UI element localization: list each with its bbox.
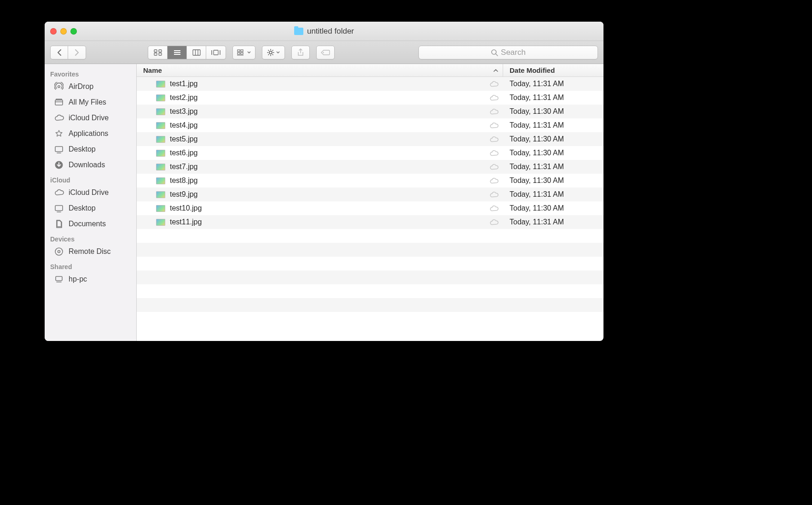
sidebar-item[interactable]: iCloud Drive [45, 110, 136, 126]
column-header-date[interactable]: Date Modified [503, 64, 603, 76]
sidebar-item[interactable]: Desktop [45, 200, 136, 216]
svg-rect-14 [241, 50, 243, 52]
forward-button[interactable] [68, 46, 86, 59]
icon-view-button[interactable] [148, 46, 168, 59]
chevron-down-icon [247, 51, 251, 54]
share-button[interactable] [291, 46, 310, 59]
cloud-status-icon [485, 219, 503, 226]
svg-rect-15 [238, 53, 240, 54]
svg-rect-11 [214, 50, 218, 55]
file-date: Today, 11:30 AM [503, 176, 603, 185]
file-row[interactable]: test9.jpgToday, 11:31 AM [137, 188, 603, 201]
svg-rect-34 [55, 147, 63, 152]
chevron-right-icon [74, 49, 80, 56]
file-row[interactable]: test6.jpgToday, 11:30 AM [137, 146, 603, 160]
sidebar-item-label: Desktop [69, 145, 96, 153]
coverflow-icon [211, 49, 221, 56]
column-header-name[interactable]: Name [137, 64, 503, 76]
file-name-cell: test11.jpg [137, 218, 485, 226]
tag-icon [321, 49, 330, 56]
file-row [137, 298, 603, 312]
file-name-cell: test3.jpg [137, 107, 485, 116]
svg-line-24 [273, 54, 273, 55]
grid-icon [154, 49, 162, 56]
close-button[interactable] [50, 28, 57, 35]
file-row [137, 284, 603, 298]
downloads-icon [54, 160, 64, 170]
file-row[interactable]: test1.jpgToday, 11:31 AM [137, 77, 603, 91]
sidebar-item[interactable]: iCloud Drive [45, 185, 136, 200]
file-date: Today, 11:31 AM [503, 190, 603, 199]
file-row[interactable]: test5.jpgToday, 11:30 AM [137, 132, 603, 146]
cloud-status-icon [485, 108, 503, 115]
action-button[interactable] [262, 46, 285, 59]
image-thumbnail-icon [156, 81, 165, 88]
desktop-icon [54, 144, 64, 154]
sidebar-item[interactable]: Downloads [45, 157, 136, 173]
svg-rect-2 [154, 53, 157, 55]
zoom-button[interactable] [70, 28, 77, 35]
cloud-status-icon [485, 94, 503, 101]
cloud-status-icon [485, 205, 503, 212]
sidebar-item-label: All My Files [69, 98, 106, 106]
search-field[interactable]: Search [418, 46, 598, 59]
image-thumbnail-icon [156, 191, 165, 198]
file-name-cell: test1.jpg [137, 80, 485, 88]
file-date: Today, 11:31 AM [503, 163, 603, 171]
file-row[interactable]: test8.jpgToday, 11:30 AM [137, 174, 603, 188]
file-row[interactable]: test3.jpgToday, 11:30 AM [137, 105, 603, 118]
image-thumbnail-icon [156, 177, 165, 184]
file-name: test5.jpg [170, 135, 197, 143]
titlebar[interactable]: untitled folder [45, 22, 603, 41]
sidebar-item[interactable]: Remote Disc [45, 244, 136, 259]
back-button[interactable] [51, 46, 68, 59]
arrange-icon [237, 49, 245, 56]
file-rows[interactable]: test1.jpgToday, 11:31 AMtest2.jpgToday, … [137, 77, 603, 341]
file-row[interactable]: test4.jpgToday, 11:31 AM [137, 118, 603, 132]
coverflow-view-button[interactable] [206, 46, 226, 59]
image-thumbnail-icon [156, 108, 165, 115]
file-row [137, 257, 603, 270]
sidebar-section-title: Favorites [45, 67, 136, 79]
sidebar[interactable]: FavoritesAirDropAll My FilesiCloud Drive… [45, 64, 137, 341]
file-name-cell: test2.jpg [137, 94, 485, 102]
file-row[interactable]: test10.jpgToday, 11:30 AM [137, 201, 603, 215]
file-name: test7.jpg [170, 163, 197, 171]
svg-rect-37 [55, 206, 63, 211]
minimize-button[interactable] [60, 28, 67, 35]
window-body: FavoritesAirDropAll My FilesiCloud Drive… [45, 64, 603, 341]
list-view-button[interactable] [168, 46, 187, 59]
svg-line-23 [268, 50, 269, 51]
cloud-status-icon [485, 177, 503, 184]
file-date: Today, 11:31 AM [503, 121, 603, 129]
documents-icon [54, 219, 64, 229]
file-row[interactable]: test11.jpgToday, 11:31 AM [137, 215, 603, 229]
sidebar-item[interactable]: Applications [45, 126, 136, 141]
column-view-button[interactable] [187, 46, 206, 59]
svg-line-26 [268, 54, 269, 55]
sort-ascending-icon [493, 69, 498, 72]
finder-window: untitled folder [45, 22, 603, 341]
file-row [137, 243, 603, 257]
svg-rect-31 [55, 100, 63, 105]
arrange-button[interactable] [232, 46, 255, 59]
sidebar-item[interactable]: Desktop [45, 141, 136, 157]
sidebar-item[interactable]: All My Files [45, 94, 136, 110]
tags-button[interactable] [316, 46, 335, 59]
sidebar-item[interactable]: AirDrop [45, 79, 136, 94]
sidebar-section-title: Devices [45, 232, 136, 244]
sidebar-item[interactable]: Documents [45, 216, 136, 232]
column-header-row: Name Date Modified [137, 64, 603, 77]
file-date: Today, 11:30 AM [503, 107, 603, 116]
svg-rect-13 [238, 50, 240, 52]
file-row[interactable]: test2.jpgToday, 11:31 AM [137, 91, 603, 105]
file-name: test8.jpg [170, 176, 197, 185]
file-list-pane: Name Date Modified test1.jpgToday, 11:31… [137, 64, 603, 341]
file-row[interactable]: test7.jpgToday, 11:31 AM [137, 160, 603, 174]
file-name: test9.jpg [170, 190, 197, 199]
svg-rect-41 [56, 276, 62, 281]
column-name-label: Name [143, 66, 162, 74]
folder-icon [294, 28, 303, 35]
image-thumbnail-icon [156, 136, 165, 143]
sidebar-item[interactable]: hp-pc [45, 271, 136, 287]
